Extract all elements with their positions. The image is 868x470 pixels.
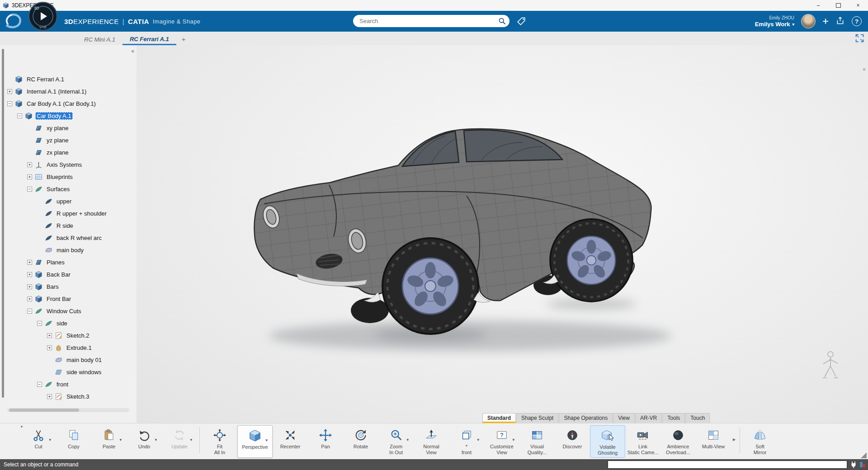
toolbar-overflow-icon[interactable]: ▼ (20, 425, 24, 429)
tree-item-side-windows[interactable]: side windows (6, 366, 134, 378)
tool-cut[interactable]: Cut (21, 425, 56, 458)
dropdown-caret[interactable] (49, 437, 51, 442)
share-icon[interactable] (835, 16, 845, 27)
tree-item-sketch-2[interactable]: Sketch.2 (6, 329, 134, 342)
tree-item-blueprints[interactable]: Blueprints (6, 171, 134, 183)
avatar[interactable] (801, 14, 816, 28)
tree-item-r-upper-shoulder[interactable]: R upper + shoulder (6, 207, 134, 220)
tool-fit-all-in[interactable]: FitAll In (202, 425, 237, 458)
tree-item-xy-plane[interactable]: xy plane (6, 122, 134, 134)
expander-icon[interactable] (47, 333, 52, 338)
expander-icon[interactable] (27, 272, 32, 277)
search-input[interactable] (359, 17, 498, 25)
action-tab-shape-sculpt[interactable]: Shape Sculpt (516, 413, 558, 423)
dropdown-caret[interactable] (119, 437, 122, 442)
tool-ambience-overload[interactable]: AmbienceOverload... (660, 425, 696, 458)
tool-front-view[interactable]: *front (449, 425, 484, 458)
tree-item-window-cuts[interactable]: Window Cuts (6, 305, 134, 317)
tree-item-surfaces[interactable]: Surfaces (6, 183, 134, 195)
tree-item-back-bar[interactable]: Back Bar (6, 268, 134, 281)
render-indicator-icon[interactable] (860, 462, 865, 467)
tree-item-r-side[interactable]: R side (6, 220, 134, 232)
plug-icon[interactable] (850, 461, 857, 468)
tool-paste[interactable]: Paste (91, 425, 127, 458)
tool-normal-view[interactable]: NormalView (414, 425, 449, 458)
tool-multi-view[interactable]: Multi-View (696, 425, 731, 458)
maximize-button[interactable] (828, 0, 848, 11)
tool-undo[interactable]: Undo (127, 425, 162, 458)
tree-item-axis-systems[interactable]: Axis Systems (6, 159, 134, 171)
toolbar-resize-handle[interactable] (861, 452, 867, 458)
expander-icon[interactable] (27, 309, 32, 314)
tool-perspective[interactable]: Perspective (237, 425, 273, 458)
tool-volatile-ghosting[interactable]: VolatileGhosting (590, 425, 625, 458)
tree-item-main-body-01[interactable]: main body 01 (6, 354, 134, 366)
tree-item-car-body-instance[interactable]: Car Body A.1 (Car Body.1) (6, 98, 134, 110)
search-icon[interactable] (498, 17, 506, 25)
tree-item-front[interactable]: front (6, 378, 134, 390)
tool-customize-view[interactable]: CustomizeView (484, 425, 519, 458)
workspace-selector[interactable]: Emilys Work (755, 21, 794, 28)
dropdown-caret[interactable] (406, 437, 409, 442)
tool-recenter[interactable]: Recenter (273, 425, 308, 458)
scrollbar-thumb[interactable] (9, 409, 79, 412)
car-model[interactable] (253, 124, 705, 359)
expander-icon[interactable] (7, 89, 12, 94)
tree-item-yz-plane[interactable]: yz plane (6, 134, 134, 146)
tool-zoom-in-out[interactable]: ZoomIn Out (378, 425, 414, 458)
tree-item-rc-ferrari[interactable]: RC Ferrari A.1 (6, 73, 134, 85)
action-tab-view[interactable]: View (613, 413, 635, 423)
action-tab-standard[interactable]: Standard (482, 413, 516, 423)
tree-item-main-body[interactable]: main body (6, 244, 134, 256)
tree-item-extrude-1[interactable]: Extrude.1 (6, 342, 134, 354)
tag-icon[interactable] (516, 16, 526, 28)
minimize-button[interactable]: – (808, 0, 828, 11)
fullscreen-icon[interactable] (855, 33, 864, 45)
user-menu[interactable]: Emily ZHOU Emilys Work (755, 15, 794, 28)
tree-item-sketch-3[interactable]: Sketch.3 (6, 390, 134, 403)
new-tab-button[interactable]: + (176, 33, 191, 45)
tree-item-side[interactable]: side (6, 317, 134, 329)
tool-copy[interactable]: Copy (56, 425, 91, 458)
tree-item-front-bar[interactable]: Front Bar (6, 293, 134, 305)
expander-icon[interactable] (27, 284, 32, 289)
action-tab-touch[interactable]: Touch (685, 413, 710, 423)
collapse-panel-icon[interactable]: « (863, 66, 866, 72)
tree-item-zx-plane[interactable]: zx plane (6, 146, 134, 159)
expander-icon[interactable] (47, 345, 52, 350)
expander-icon[interactable] (27, 260, 32, 265)
expander-icon[interactable] (17, 113, 22, 118)
tree-item-planes[interactable]: Planes (6, 256, 134, 268)
tool-visual-quality[interactable]: VisualQuality... (519, 425, 555, 458)
expander-icon[interactable] (27, 187, 32, 192)
model-viewport[interactable]: « (137, 45, 868, 423)
action-tab-shape-operations[interactable]: Shape Operations (559, 413, 613, 423)
tab-rc-ferrari[interactable]: RC Ferrari A.1 (123, 33, 176, 45)
tool-link-static-camera[interactable]: LinkStatic Came... (625, 425, 660, 458)
toolbar-scroll-right-icon[interactable]: ▸ (733, 436, 736, 442)
tree-item-back-r-wheel-arc[interactable]: back R wheel arc (6, 232, 134, 244)
dropdown-caret[interactable] (512, 437, 514, 442)
add-content-button[interactable]: + (822, 16, 829, 27)
expander-icon[interactable] (27, 296, 32, 301)
dropdown-caret[interactable] (265, 438, 268, 442)
tree-item-upper[interactable]: upper (6, 195, 134, 207)
tree-item-car-body[interactable]: Car Body A.1 (6, 110, 134, 122)
collapse-tree-icon[interactable]: « (131, 48, 134, 54)
expander-icon[interactable] (27, 162, 32, 167)
command-input[interactable] (608, 461, 847, 469)
robot-gizmo-icon[interactable] (816, 349, 844, 381)
help-button[interactable]: ? (852, 16, 862, 26)
tool-soft-mirror[interactable]: SoftMirror (742, 425, 778, 458)
action-tab-ar-vr[interactable]: AR-VR (635, 413, 662, 423)
3d-compass[interactable]: 3D V+R (28, 1, 58, 33)
dropdown-caret[interactable] (155, 437, 157, 442)
tab-rc-mini[interactable]: RC Mini A.1 (77, 33, 123, 45)
search-bar[interactable] (353, 15, 509, 27)
expander-icon[interactable] (27, 174, 32, 179)
tree-item-bars[interactable]: Bars (6, 281, 134, 293)
tree-horizontal-scrollbar[interactable] (7, 408, 129, 412)
dropdown-caret[interactable] (477, 437, 479, 442)
tree-vertical-scrollbar[interactable] (2, 49, 4, 398)
tree-item-internal[interactable]: Internal A.1 (Internal.1) (6, 85, 134, 98)
